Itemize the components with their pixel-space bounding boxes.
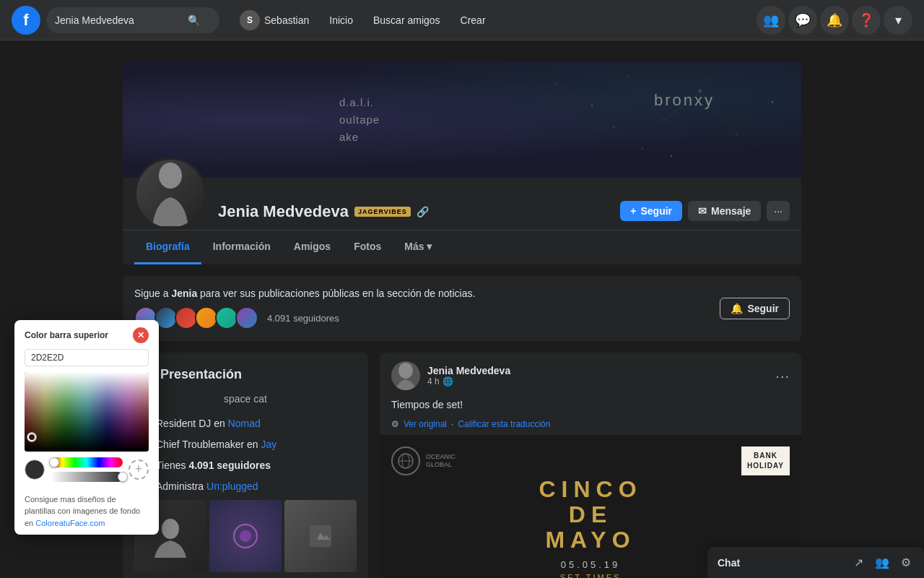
info-followers-text: Tienes 4.091 seguidores: [156, 460, 271, 471]
photo-thumb-2[interactable]: [209, 500, 282, 572]
oceanic-logo: OCEANIC GLOBAL: [391, 447, 456, 475]
oceanic-text: OCEANIC GLOBAL: [426, 453, 456, 469]
chat-new-window-btn[interactable]: ↗: [851, 554, 866, 571]
svg-line-14: [700, 91, 736, 134]
rate-translation-link[interactable]: Calificar esta traducción: [458, 419, 550, 429]
cover-image: d.a.l.i. oultape ake bronxy: [123, 62, 801, 178]
topbar-user[interactable]: S Sebastian: [231, 6, 318, 35]
info-dj-text: Resident DJ en Nomad: [156, 418, 261, 429]
nav-inicio[interactable]: Inicio: [321, 10, 362, 30]
search-icon: 🔍: [188, 14, 200, 26]
jay-link[interactable]: Jay: [261, 439, 277, 450]
tab-biografia[interactable]: Biografía: [134, 230, 201, 264]
see-original-link[interactable]: Ver original: [404, 419, 447, 429]
follow-button[interactable]: 🔔 Seguir: [720, 298, 790, 319]
profile-name: Jenia Medvedeva JAGERVIBES 🔗: [218, 202, 620, 221]
color-controls: +: [25, 457, 149, 482]
oceanic-name: OCEANIC: [426, 453, 456, 461]
main-columns: 🌐 Presentación space cat 🎧 Resident DJ e…: [123, 353, 801, 578]
help-icon-btn[interactable]: ❓: [852, 6, 881, 35]
svg-line-11: [592, 77, 628, 105]
oceanic-circle: [391, 447, 420, 475]
chat-label: Chat: [718, 557, 740, 569]
presentation-card-title: 🌐 Presentación: [134, 364, 357, 384]
oceanic-sub: GLOBAL: [426, 461, 456, 469]
seguir-icon: +: [630, 205, 636, 217]
info-unplugged-text: Administra Un:plugged: [156, 480, 258, 492]
tab-mas[interactable]: Más ▾: [393, 230, 443, 264]
photo-thumb-3[interactable]: [284, 500, 357, 572]
profile-picture: [134, 158, 206, 230]
follow-banner-left: Sigue a Jenia para ver sus publicaciones…: [134, 288, 475, 329]
cinco-line1: CINCO: [539, 477, 642, 502]
color-hue-slider[interactable]: [51, 457, 123, 467]
topbar: f 🔍 S Sebastian Inicio Buscar amigos Cre…: [0, 0, 924, 40]
facebook-logo[interactable]: f: [12, 6, 40, 35]
profile-cover: d.a.l.i. oultape ake bronxy: [123, 62, 801, 264]
more-options-button[interactable]: ···: [767, 201, 790, 221]
tab-fotos[interactable]: Fotos: [342, 230, 393, 264]
notifications-icon-btn[interactable]: 🔔: [820, 6, 849, 35]
color-cursor: [27, 433, 36, 441]
translate-icon: ⚙: [391, 419, 399, 429]
follow-text-suffix: para ver sus publicaciones públicas en l…: [200, 288, 475, 299]
follow-name: Jenia: [171, 288, 197, 299]
color-gradient-area[interactable]: [25, 372, 149, 452]
nav-buscar-amigos-label: Buscar amigos: [373, 14, 440, 26]
profile-pic-inner: [136, 160, 204, 228]
photo-grid: [134, 500, 357, 572]
color-picker-close-btn[interactable]: ✕: [133, 327, 149, 343]
jager-badge: JAGERVIBES: [354, 207, 411, 217]
color-info-text: Consigue mas diseños de plantillas con i…: [14, 488, 159, 535]
followers-avatars: 4.091 seguidores: [134, 306, 475, 329]
color-picker-header: Color barra superior ✕: [14, 320, 159, 346]
post-translation: ⚙ Ver original · Calificar esta traducci…: [380, 419, 801, 435]
coloreatuface-link[interactable]: ColoreatuFace.com: [35, 519, 105, 527]
nomad-link[interactable]: Nomad: [228, 418, 261, 429]
mensaje-button[interactable]: ✉ Mensaje: [688, 201, 761, 221]
svg-point-18: [240, 530, 251, 542]
nav-buscar-amigos[interactable]: Buscar amigos: [365, 10, 449, 30]
tab-mas-label: Más ▾: [404, 241, 432, 252]
post-time: 4 h 🌐: [427, 376, 775, 387]
post-options-btn[interactable]: ···: [775, 368, 790, 384]
user-name-label: Sebastian: [264, 14, 309, 26]
color-gradient-black: [25, 372, 149, 452]
friends-icon-btn[interactable]: 👥: [757, 6, 785, 35]
post-meta: Jenia Medvedeva 4 h 🌐: [427, 365, 775, 387]
info-dj: 🎧 Resident DJ en Nomad: [134, 416, 357, 430]
color-hex-input[interactable]: [25, 349, 149, 366]
svg-point-7: [642, 148, 643, 150]
tab-amigos[interactable]: Amigos: [282, 230, 342, 264]
presentation-text: space cat: [134, 393, 357, 405]
nav-crear[interactable]: Crear: [452, 10, 494, 30]
color-picker-panel: Color barra superior ✕ + Consigue mas di…: [14, 320, 159, 535]
search-bar[interactable]: 🔍: [46, 7, 219, 33]
svg-line-13: [664, 91, 700, 120]
chat-contacts-btn[interactable]: 👥: [872, 554, 892, 571]
more-icon-btn[interactable]: ▾: [884, 6, 912, 35]
color-add-btn[interactable]: +: [128, 460, 149, 480]
cinco-date: 05.05.19: [539, 558, 642, 569]
chat-bar: Chat ↗ 👥 ⚙: [707, 547, 924, 578]
messenger-icon-btn[interactable]: 💬: [788, 6, 817, 35]
cinco-line2: DE: [539, 502, 642, 527]
svg-point-8: [613, 126, 614, 128]
chat-settings-btn[interactable]: ⚙: [898, 554, 914, 571]
svg-point-20: [398, 363, 413, 379]
info-trouble-text: Chief Troublemaker en Jay: [156, 439, 276, 450]
unplugged-link[interactable]: Un:plugged: [206, 480, 258, 492]
follower-count: 4.091 seguidores: [267, 313, 339, 324]
cinco-main: CINCO DE MAYO 05.05.19 SET TIMES: [539, 477, 642, 578]
seguir-button[interactable]: + Seguir: [620, 201, 682, 221]
tab-informacion[interactable]: Información: [201, 230, 282, 264]
color-opacity-slider[interactable]: [51, 472, 123, 482]
nav-inicio-label: Inicio: [329, 14, 353, 26]
svg-line-12: [628, 77, 664, 120]
follow-banner-text: Sigue a Jenia para ver sus publicaciones…: [134, 288, 475, 299]
follower-avatar-6: [235, 306, 258, 329]
post-privacy-icon: 🌐: [443, 376, 453, 387]
search-input[interactable]: [55, 14, 185, 26]
photo-2-img: [231, 522, 260, 551]
svg-point-9: [671, 155, 673, 158]
